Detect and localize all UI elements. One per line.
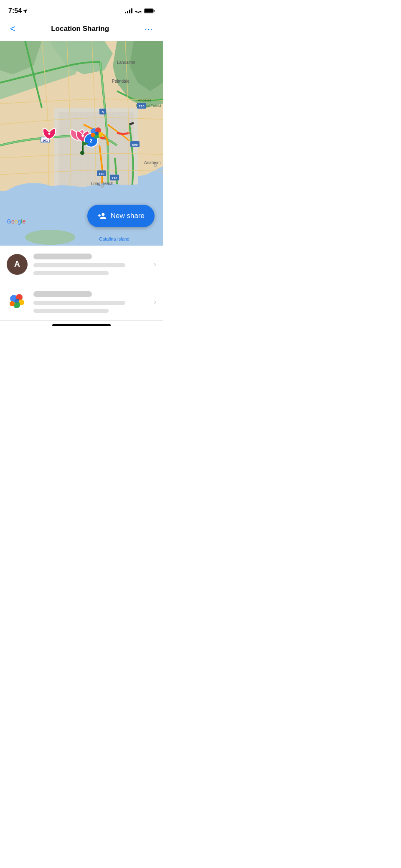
svg-text:210: 210 (139, 104, 145, 108)
time-display: 7:54 (8, 7, 22, 15)
person-info-b (33, 291, 148, 313)
svg-text:Palmdale: Palmdale (112, 79, 129, 84)
svg-point-75 (80, 151, 84, 155)
people-list: A › › (0, 246, 163, 321)
catalina-island-label: Catalina Island (99, 236, 129, 241)
svg-point-72 (95, 132, 99, 135)
back-button[interactable]: < (7, 22, 19, 36)
svg-text:101: 101 (42, 139, 48, 142)
avatar-letter: A (14, 259, 20, 269)
signal-icon (125, 8, 132, 13)
svg-rect-3 (154, 10, 155, 12)
svg-text:5: 5 (102, 110, 104, 114)
svg-text:2: 2 (90, 138, 93, 144)
home-indicator-bar (52, 324, 111, 326)
status-bar: 7:54 (0, 0, 163, 18)
gmaps-icon (7, 292, 28, 312)
chevron-right-icon: › (154, 260, 156, 269)
battery-icon (144, 8, 155, 13)
svg-point-81 (15, 299, 19, 303)
svg-text:110: 110 (99, 172, 104, 176)
person-detail-1 (33, 263, 125, 267)
chevron-right-icon-b: › (154, 297, 156, 306)
person-b-detail-2 (33, 309, 109, 313)
svg-text:605: 605 (132, 143, 138, 147)
svg-rect-2 (145, 9, 153, 13)
svg-text:Angeles: Angeles (138, 98, 152, 102)
person-info-a (33, 254, 148, 275)
svg-text:♥: ♥ (81, 133, 84, 139)
add-person-icon (97, 211, 107, 221)
home-indicator-area (0, 321, 163, 329)
svg-point-71 (91, 133, 95, 137)
map-view[interactable]: Lancaster Palmdale Angeles National Fore… (0, 41, 163, 246)
person-name-blurred (33, 254, 92, 259)
new-share-button[interactable]: New share (87, 205, 155, 227)
svg-point-80 (10, 301, 15, 306)
nav-bar: < Location Sharing ··· (0, 18, 163, 41)
person-detail-2 (33, 271, 109, 275)
new-share-label: New share (111, 212, 145, 220)
svg-text:♥: ♥ (48, 132, 51, 136)
svg-text:710: 710 (112, 176, 117, 180)
svg-marker-0 (23, 9, 28, 13)
wifi-icon (135, 8, 142, 13)
status-icons (125, 8, 155, 13)
svg-rect-12 (58, 112, 134, 187)
person-item-a[interactable]: A › (0, 246, 163, 283)
location-arrow-icon (23, 9, 28, 13)
page-title: Location Sharing (51, 25, 109, 33)
more-options-button[interactable]: ··· (141, 23, 156, 36)
status-time: 7:54 (8, 7, 28, 15)
svg-point-39 (25, 230, 75, 245)
avatar-a: A (7, 254, 28, 275)
person-name-b-blurred (33, 291, 92, 297)
svg-text:Lancaster: Lancaster (117, 60, 136, 65)
svg-text:Anaheim: Anaheim (144, 160, 160, 165)
person-item-b[interactable]: › (0, 283, 163, 321)
google-maps-cluster-icon (8, 292, 27, 312)
person-b-detail-1 (33, 301, 125, 305)
